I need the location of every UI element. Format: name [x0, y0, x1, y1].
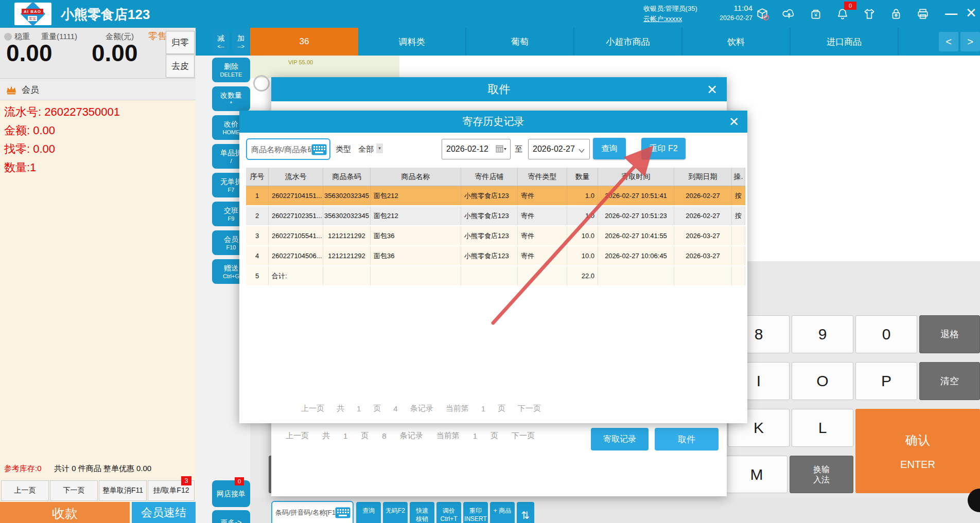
toolbar-query-button[interactable]: 查询	[356, 502, 381, 523]
func-key-hotkey: HOME	[223, 129, 240, 136]
key-P[interactable]: P	[855, 362, 917, 400]
cancel-order-button[interactable]: 整单取消F11	[99, 480, 147, 501]
table-row[interactable]: 5合计:22.0	[246, 266, 745, 286]
key-M[interactable]: M	[726, 456, 787, 493]
tab-36[interactable]: 36	[250, 28, 358, 56]
key-O[interactable]: O	[792, 362, 853, 400]
enter-key[interactable]: 确认ENTER	[855, 409, 980, 493]
col-header: 到期日期	[674, 168, 732, 186]
barcode-search-input[interactable]: 条码/拼音码/名称[F1]	[271, 501, 354, 523]
online-orders-label: 网店接单	[217, 490, 246, 498]
online-orders-button[interactable]: 网店接单	[212, 480, 250, 507]
func-key-删除[interactable]: 删除DELETE	[212, 58, 250, 82]
more-button[interactable]: 更多->	[212, 510, 250, 523]
key-0[interactable]: 0	[855, 315, 917, 353]
key-L[interactable]: L	[792, 409, 853, 447]
history-close-icon[interactable]: ✕	[729, 115, 739, 129]
tab-进口商品[interactable]: 进口商品	[791, 28, 899, 56]
tabs-next-button[interactable]: >	[960, 32, 980, 51]
pagination-next[interactable]: 下一页	[512, 431, 535, 441]
table-cell: 2026-02-27	[674, 206, 732, 225]
printer-icon[interactable]	[916, 7, 930, 21]
order-qty: 数量:1	[4, 158, 120, 177]
toolbar-add-product-button[interactable]: + 商品	[490, 502, 515, 523]
toolbar-quick-verify-button[interactable]: 快速核销	[410, 502, 434, 523]
toolbar-no-code-button[interactable]: 无码F2	[383, 502, 408, 523]
date-to-picker[interactable]: 2026-02-27	[528, 139, 590, 159]
product-tile[interactable]: VIP 55.00	[250, 56, 399, 78]
scale-display: 稳重 重量(1111) 金额(元) 零售 0.00 0.00 归零 去皮	[0, 28, 196, 79]
query-button[interactable]: 查询	[593, 138, 626, 159]
bottom-toolbar: 条码/拼音码/名称[F1] 查询无码F2快速核销调价Ctrl+T重印INSERT…	[250, 497, 980, 523]
func-key-hotkey: *	[230, 100, 232, 107]
clear-key[interactable]: 清空	[919, 362, 980, 400]
pagination-next[interactable]: 下一页	[518, 404, 541, 413]
sort-toggle-button[interactable]: ⇅	[517, 502, 534, 523]
deposit-history-dialog: 寄存历史记录 ✕ 商品名称/商品条码 类型 全部 ▼ 2026-02-12 至 …	[239, 111, 747, 423]
tab-饮料[interactable]: 饮料	[682, 28, 791, 56]
date-range-to-label: 至	[515, 145, 522, 154]
minimize-button[interactable]: —	[945, 6, 957, 21]
next-page-button[interactable]: 下一页	[50, 480, 98, 501]
table-cell: 356302032345	[323, 186, 371, 205]
member-row[interactable]: 会员	[0, 79, 196, 100]
cloud-account-link[interactable]: 云帐户:xxxxx	[643, 14, 721, 24]
type-dropdown-arrow-icon[interactable]: ▼	[376, 143, 383, 153]
keyboard-icon[interactable]	[311, 144, 327, 157]
reprint-f2-button[interactable]: 重印 F2	[641, 138, 686, 159]
type-select[interactable]: 全部	[358, 145, 374, 154]
ime-switch-key[interactable]: 换输入法	[790, 456, 853, 493]
product-search-input[interactable]: 商品名称/商品条码	[246, 138, 330, 160]
hold-badge: 3	[181, 476, 191, 485]
tab-葡萄[interactable]: 葡萄	[466, 28, 574, 56]
close-window-button[interactable]: ✕	[966, 5, 977, 21]
store-title: 小熊零食店123	[61, 6, 150, 24]
cash-drawer-icon[interactable]: ¥	[809, 7, 822, 21]
pagination-text: 8	[382, 431, 386, 440]
table-cell: 260227102351...	[269, 206, 323, 225]
checkout-button[interactable]: 收款 ¥ 0.00	[0, 502, 130, 523]
table-cell: 260227105541...	[269, 226, 323, 245]
vip-price-label: VIP 55.00	[288, 59, 313, 65]
func-key-改数量[interactable]: 改数量*	[212, 86, 250, 111]
table-row[interactable]: 3260227105541...1212121292面包36小熊零食店123寄件…	[246, 226, 745, 246]
deposit-records-button[interactable]: 寄取记录	[591, 428, 649, 450]
zero-button[interactable]: 归零	[166, 31, 195, 54]
toolbar-price-adjust-button[interactable]: 调价Ctrl+T	[436, 502, 461, 523]
table-row[interactable]: 4260227104506...1212121292面包36小熊零食店123寄件…	[246, 246, 745, 266]
member-quick-pay-button[interactable]: 会员速结 Space	[132, 502, 196, 523]
func-key-减[interactable]: 减<--	[212, 29, 230, 54]
table-cell: 260227104151...	[269, 186, 323, 205]
pickup-close-icon[interactable]: ✕	[707, 82, 717, 97]
func-key-label: 赠送	[224, 264, 238, 273]
func-key-加[interactable]: 加-->	[232, 29, 250, 54]
cloud-sync-icon[interactable]	[782, 7, 796, 21]
prev-page-button[interactable]: 上一页	[1, 480, 49, 501]
table-cell: 2026-02-27 10:51:23	[598, 206, 674, 225]
tab-小超市商品[interactable]: 小超市商品	[574, 28, 682, 56]
table-cell: 按	[732, 206, 745, 225]
table-cell: 356302032345	[323, 206, 371, 225]
table-row[interactable]: 2260227102351...356302032345面包212小熊零食店12…	[246, 206, 745, 226]
date-from-picker[interactable]: 2026-02-12	[442, 139, 511, 159]
tabs-prev-button[interactable]: <	[939, 32, 958, 51]
key-9[interactable]: 9	[792, 315, 853, 353]
pagination-prev[interactable]: 上一页	[301, 404, 324, 413]
table-cell	[518, 266, 567, 285]
backspace-key[interactable]: 退格	[919, 315, 980, 353]
col-header: 寄件类型	[518, 168, 567, 186]
lock-icon[interactable]	[889, 7, 903, 21]
pagination-prev[interactable]: 上一页	[286, 431, 309, 441]
tare-button[interactable]: 去皮	[166, 55, 195, 78]
table-cell: 2026-02-27 10:06:45	[598, 246, 674, 265]
time: 11:04	[716, 4, 752, 12]
pagination-text: 共	[322, 431, 330, 441]
package-offline-icon[interactable]	[756, 7, 769, 21]
pickup-button[interactable]: 取件	[655, 428, 719, 450]
toolbar-reprint-button[interactable]: 重印INSERT	[463, 502, 488, 523]
keyboard-icon[interactable]	[335, 507, 351, 520]
table-row[interactable]: 1260227104151...356302032345面包212小熊零食店12…	[246, 186, 745, 206]
tab-调料类[interactable]: 调料类	[358, 28, 466, 56]
shirt-icon[interactable]	[863, 7, 876, 21]
toolbar-button-line: 重印	[469, 507, 482, 515]
